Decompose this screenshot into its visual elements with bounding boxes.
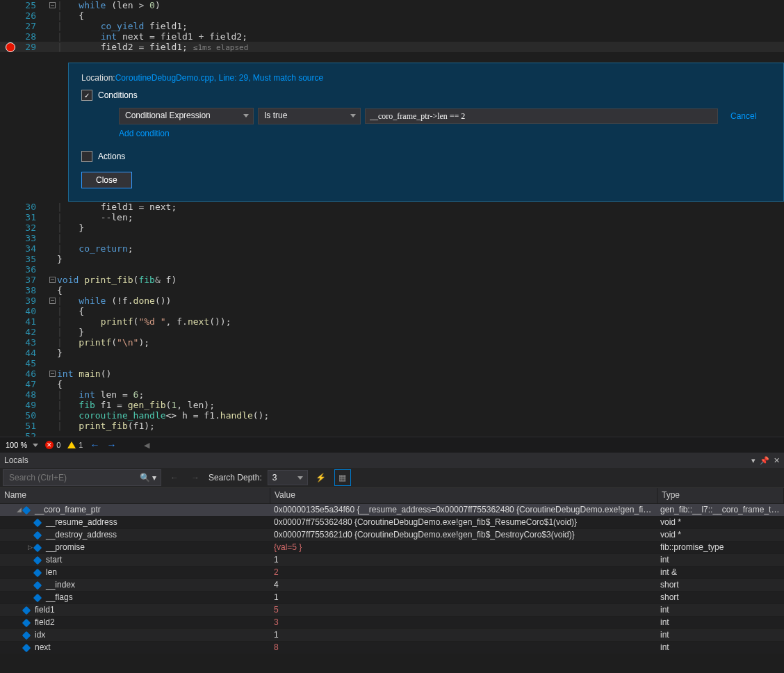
search-icon[interactable]: 🔍 ▾: [140, 473, 156, 483]
code-editor[interactable]: 25| while (len > 0)26| {27| co_yield fie…: [0, 0, 784, 437]
code-line[interactable]: 26| {: [0, 10, 784, 21]
locals-panel: Locals ▾ 📌 ✕ 🔍 ▾ ← → Search Depth: 3 ⚡ ▦…: [0, 453, 784, 654]
variable-value[interactable]: 4: [270, 579, 656, 591]
code-line[interactable]: 35}: [0, 254, 784, 264]
variable-icon: [33, 556, 42, 565]
condition-type-dropdown[interactable]: Conditional Expression: [119, 108, 254, 124]
variable-value[interactable]: 1: [270, 629, 656, 641]
close-button[interactable]: Close: [81, 172, 132, 188]
variable-icon: [33, 593, 42, 602]
code-line[interactable]: 44}: [0, 348, 784, 358]
location-link[interactable]: CoroutineDebugDemo.cpp, Line: 29, Must m…: [115, 73, 324, 83]
locals-row[interactable]: ▷__promise{val=5 }fib::promise_type: [0, 542, 784, 554]
breakpoint-icon[interactable]: [6, 42, 15, 52]
locals-row[interactable]: __destroy_address0x00007ff7553621d0 {Cor…: [0, 529, 784, 542]
code-line[interactable]: 37void print_fib(fib& f): [0, 275, 784, 285]
code-line[interactable]: 51| print_fib(f1);: [0, 421, 784, 431]
col-name-header[interactable]: Name: [0, 488, 270, 503]
pin-icon[interactable]: 📌: [760, 453, 769, 468]
search-depth-dropdown[interactable]: 3: [268, 470, 308, 485]
locals-row[interactable]: start1int: [0, 554, 784, 567]
conditions-checkbox[interactable]: ✓: [81, 90, 92, 101]
search-input[interactable]: [8, 472, 129, 483]
variable-icon: [33, 530, 42, 540]
code-line[interactable]: 25| while (len > 0): [0, 0, 784, 10]
variable-value[interactable]: 8: [270, 642, 656, 654]
code-line[interactable]: 49| fib f1 = gen_fib(1, len);: [0, 400, 784, 410]
code-line[interactable]: 38{: [0, 285, 784, 295]
code-line[interactable]: 33|: [0, 233, 784, 243]
fold-icon[interactable]: [47, 368, 57, 379]
nav-forward-icon[interactable]: →: [106, 439, 116, 451]
window-menu-icon[interactable]: ▾: [751, 453, 756, 468]
condition-expression-input[interactable]: [365, 108, 718, 124]
search-next-icon[interactable]: →: [188, 470, 203, 485]
view-mode-icon[interactable]: ▦: [334, 469, 351, 486]
locals-grid[interactable]: Name Value Type ◢__coro_frame_ptr0x00000…: [0, 488, 784, 654]
code-line[interactable]: 45: [0, 358, 784, 368]
locals-row[interactable]: len2int &: [0, 567, 784, 579]
variable-value[interactable]: 2: [270, 567, 656, 578]
variable-value[interactable]: 0x00007ff7553621d0 {CoroutineDebugDemo.e…: [270, 529, 656, 541]
variable-value[interactable]: 1: [270, 592, 656, 603]
fold-icon[interactable]: [47, 0, 57, 10]
variable-value[interactable]: {val=5 }: [270, 542, 656, 553]
warning-count[interactable]: 1: [67, 441, 83, 449]
code-line[interactable]: 52: [0, 431, 784, 437]
locals-row[interactable]: ◢__coro_frame_ptr0x00000135e5a34f60 {__r…: [0, 504, 784, 517]
variable-value[interactable]: 0x00000135e5a34f60 {__resume_address=0x0…: [270, 504, 656, 516]
variable-value[interactable]: 1: [270, 554, 656, 566]
variable-value[interactable]: 0x00007ff755362480 {CoroutineDebugDemo.e…: [270, 517, 656, 528]
zoom-level[interactable]: 100 %: [6, 441, 38, 449]
condition-operator-dropdown[interactable]: Is true: [258, 108, 361, 124]
code-line[interactable]: 43| printf("\n");: [0, 337, 784, 348]
actions-checkbox[interactable]: [81, 151, 92, 162]
expand-icon[interactable]: ◢: [15, 504, 22, 516]
code-line[interactable]: 39| while (!f.done()): [0, 295, 784, 306]
expand-icon[interactable]: ▷: [26, 542, 33, 553]
code-line[interactable]: 42| }: [0, 327, 784, 337]
filter-icon[interactable]: ⚡: [313, 470, 329, 485]
variable-icon: [33, 543, 42, 552]
code-line[interactable]: 34| co_return;: [0, 243, 784, 254]
nav-back-icon[interactable]: ←: [90, 439, 99, 451]
code-line[interactable]: 36: [0, 264, 784, 275]
add-condition-link[interactable]: Add condition: [119, 129, 170, 138]
search-box[interactable]: 🔍 ▾: [3, 469, 161, 486]
error-count[interactable]: ✕0: [45, 441, 60, 449]
locals-row[interactable]: field15int: [0, 604, 784, 617]
locals-row[interactable]: __index4short: [0, 579, 784, 592]
code-line[interactable]: 31| --len;: [0, 212, 784, 222]
locals-row[interactable]: __flags1short: [0, 592, 784, 604]
fold-icon[interactable]: [47, 295, 57, 306]
variable-value[interactable]: 5: [270, 604, 656, 616]
variable-icon: [22, 643, 31, 652]
code-line[interactable]: 48| int len = 6;: [0, 389, 784, 400]
code-line[interactable]: 28| int next = field1 + field2;: [0, 31, 784, 42]
locals-row[interactable]: next8int: [0, 642, 784, 654]
locals-title-bar[interactable]: Locals ▾ 📌 ✕: [0, 453, 784, 468]
locals-row[interactable]: __resume_address0x00007ff755362480 {Coro…: [0, 517, 784, 529]
code-line[interactable]: 50| coroutine_handle<> h = f1.handle();: [0, 410, 784, 421]
code-line[interactable]: 29| field2 = field1;≤1ms elapsed: [0, 42, 784, 52]
fold-icon[interactable]: [47, 275, 57, 285]
code-line[interactable]: 32| }: [0, 222, 784, 233]
grid-header[interactable]: Name Value Type: [0, 488, 784, 504]
variable-value[interactable]: 3: [270, 617, 656, 629]
code-line[interactable]: 46int main(): [0, 368, 784, 379]
code-line[interactable]: 40| {: [0, 306, 784, 316]
code-line[interactable]: 41| printf("%d ", f.next());: [0, 316, 784, 327]
variable-name: __coro_frame_ptr: [35, 504, 101, 516]
code-line[interactable]: 27| co_yield field1;: [0, 21, 784, 31]
col-type-header[interactable]: Type: [658, 488, 784, 503]
code-line[interactable]: 30| field1 = next;: [0, 202, 784, 212]
locals-row[interactable]: field23int: [0, 617, 784, 629]
scroll-left-icon[interactable]: ◀: [144, 441, 149, 450]
search-prev-icon[interactable]: ←: [167, 470, 182, 485]
close-icon[interactable]: ✕: [774, 453, 780, 468]
cancel-link[interactable]: Cancel: [730, 111, 756, 121]
locals-row[interactable]: idx1int: [0, 629, 784, 642]
variable-icon: [22, 606, 31, 615]
col-value-header[interactable]: Value: [270, 488, 658, 503]
code-line[interactable]: 47{: [0, 379, 784, 389]
